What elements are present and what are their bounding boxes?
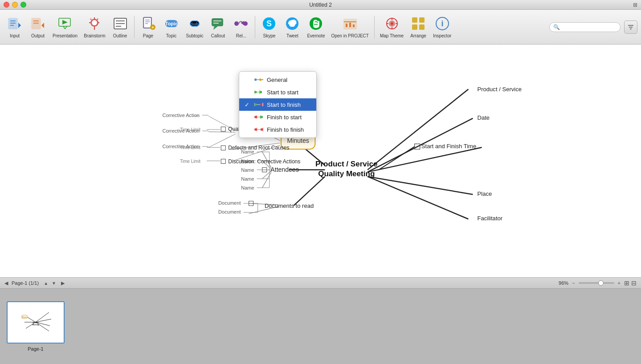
svg-text:Name: Name bbox=[241, 185, 254, 190]
toolbar-outline[interactable]: Outline bbox=[109, 12, 131, 42]
toolbar-inspector[interactable]: i Inspector bbox=[430, 12, 454, 42]
relationship-dropdown: General Start to start ✓ bbox=[239, 71, 317, 138]
skype-icon: S bbox=[261, 16, 277, 32]
svg-text:Document: Document bbox=[218, 200, 241, 206]
view-icons: ⊞ ⊟ bbox=[624, 279, 637, 287]
svg-rect-114 bbox=[221, 127, 225, 131]
outline-label: Outline bbox=[113, 33, 127, 38]
svg-rect-63 bbox=[419, 24, 425, 30]
svg-text:Name: Name bbox=[241, 167, 254, 173]
evernote-icon bbox=[308, 16, 324, 32]
zoom-level: 96% bbox=[559, 280, 568, 286]
svg-text:Facilitator: Facilitator bbox=[478, 215, 503, 222]
svg-marker-4 bbox=[18, 23, 21, 28]
thumbnail-preview: Quality Meeting Minutes bbox=[7, 301, 65, 344]
svg-line-16 bbox=[97, 19, 98, 20]
stepper-down[interactable]: ▼ bbox=[50, 280, 57, 286]
search-magnifier-icon: 🔍 bbox=[553, 24, 560, 30]
toolbar-relationship[interactable]: Rel... bbox=[230, 12, 252, 42]
search-container: 🔍 bbox=[549, 22, 621, 32]
svg-text:i: i bbox=[441, 19, 443, 28]
svg-text:Document: Document bbox=[218, 209, 241, 214]
zoom-thumb[interactable] bbox=[598, 280, 604, 286]
svg-line-71 bbox=[367, 147, 482, 172]
output-icon bbox=[30, 16, 46, 32]
open-project-icon bbox=[342, 16, 358, 32]
svg-point-162 bbox=[261, 128, 263, 130]
start-to-finish-icon bbox=[254, 101, 263, 108]
page-prev-button[interactable]: ◀ bbox=[4, 280, 8, 286]
svg-text:Quality Meeting: Quality Meeting bbox=[318, 170, 375, 178]
toolbar-brainstorm[interactable]: Brainstorm bbox=[81, 12, 108, 42]
toolbar-output[interactable]: Output bbox=[27, 12, 49, 42]
dropdown-item-start-to-finish[interactable]: ✓ Start to finish bbox=[239, 98, 316, 111]
toolbar-evernote[interactable]: Evernote bbox=[304, 12, 327, 42]
svg-line-73 bbox=[367, 177, 468, 219]
inspector-label: Inspector bbox=[433, 33, 451, 38]
svg-rect-0 bbox=[8, 18, 17, 29]
zoom-slider[interactable] bbox=[579, 282, 614, 284]
toolbar-page[interactable]: + Page bbox=[137, 12, 159, 42]
view-list-icon[interactable]: ⊟ bbox=[631, 279, 637, 287]
input-label: Input bbox=[10, 33, 20, 38]
dropdown-label-general: General bbox=[267, 77, 287, 83]
start-to-start-icon bbox=[254, 89, 263, 96]
svg-rect-62 bbox=[412, 24, 417, 30]
page-info: Page-1 (1/1) bbox=[12, 280, 39, 286]
resize-icon[interactable]: ⊠ bbox=[633, 2, 637, 8]
svg-point-41 bbox=[234, 21, 239, 26]
filter-button[interactable] bbox=[624, 20, 637, 34]
view-grid-icon[interactable]: ⊞ bbox=[624, 279, 629, 287]
toolbar-subtopic[interactable]: Sub Subtopic bbox=[184, 12, 206, 42]
svg-marker-10 bbox=[62, 20, 68, 24]
output-label: Output bbox=[31, 33, 45, 38]
toolbar-skype[interactable]: S Skype bbox=[258, 12, 280, 42]
close-button[interactable] bbox=[4, 2, 9, 8]
svg-rect-50 bbox=[346, 24, 347, 27]
toolbar-topic[interactable]: Topic Topic bbox=[160, 12, 183, 42]
svg-line-69 bbox=[367, 89, 468, 170]
svg-text:Meeting: Meeting bbox=[32, 324, 39, 326]
svg-point-150 bbox=[254, 103, 257, 105]
dropdown-item-finish-to-start[interactable]: Finish to start bbox=[239, 111, 316, 123]
zoom-increase-icon[interactable]: + bbox=[618, 280, 621, 286]
map-theme-label: Map Theme bbox=[380, 33, 404, 38]
zoom-decrease-icon[interactable]: − bbox=[572, 280, 575, 286]
toolbar-presentation[interactable]: Presentation bbox=[50, 12, 80, 42]
dropdown-label-ftf: Finish to finish bbox=[267, 126, 304, 133]
toolbar-tweet[interactable]: Tweet bbox=[281, 12, 303, 42]
svg-point-142 bbox=[259, 78, 261, 81]
svg-line-72 bbox=[367, 177, 473, 194]
svg-text:Attendees: Attendees bbox=[270, 166, 298, 173]
thumbnail-page1[interactable]: Quality Meeting Minutes Page-1 bbox=[7, 301, 65, 352]
toolbar-input[interactable]: Input bbox=[4, 12, 26, 42]
title-bar: Untitled 2 ⊠ bbox=[0, 0, 641, 10]
maximize-button[interactable] bbox=[20, 2, 26, 8]
svg-point-145 bbox=[254, 91, 257, 93]
svg-text:Discussion: Corrective Actions: Discussion: Corrective Actions bbox=[228, 158, 300, 165]
dropdown-label-stf: Start to finish bbox=[267, 101, 301, 108]
toolbar-open-project[interactable]: Open in PROJECT bbox=[328, 12, 371, 42]
toolbar-right: 🔍 bbox=[549, 20, 637, 34]
finish-to-start-icon bbox=[254, 113, 263, 121]
separator-2 bbox=[255, 16, 255, 38]
minimize-button[interactable] bbox=[12, 2, 18, 8]
dropdown-item-start-to-start[interactable]: Start to start bbox=[239, 86, 316, 98]
search-input[interactable] bbox=[562, 24, 617, 30]
toolbar-callout[interactable]: Callout bbox=[207, 12, 229, 42]
svg-text:Product / Service: Product / Service bbox=[315, 160, 378, 168]
stepper-up[interactable]: ▲ bbox=[42, 280, 49, 286]
relationship-label: Rel... bbox=[236, 33, 246, 38]
separator-3 bbox=[374, 16, 375, 38]
dropdown-item-finish-to-finish[interactable]: Finish to finish bbox=[239, 123, 316, 136]
presentation-icon bbox=[57, 16, 73, 32]
svg-text:Sub: Sub bbox=[191, 22, 199, 26]
toolbar-map-theme[interactable]: Map Theme bbox=[377, 12, 406, 42]
tweet-icon bbox=[284, 16, 300, 32]
presentation-label: Presentation bbox=[53, 33, 78, 38]
inspector-icon: i bbox=[434, 16, 450, 32]
toolbar-arrange[interactable]: Arrange bbox=[407, 12, 429, 42]
dropdown-label-sts: Start to start bbox=[267, 89, 298, 96]
dropdown-item-general[interactable]: General bbox=[239, 73, 316, 86]
page-next-button[interactable]: ▶ bbox=[61, 280, 65, 286]
